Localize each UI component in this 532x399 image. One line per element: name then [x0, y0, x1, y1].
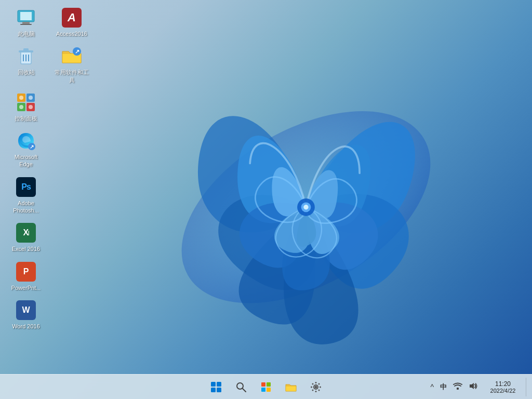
svg-rect-43	[312, 389, 314, 391]
svg-rect-45	[457, 388, 459, 390]
start-button[interactable]	[205, 376, 228, 398]
word-icon: W	[16, 300, 36, 321]
common-software-label: 常用软件和工具	[53, 69, 90, 84]
svg-rect-40	[320, 386, 321, 388]
edge-icon: ↗	[16, 130, 36, 151]
taskbar-right: ^ 中	[428, 378, 528, 396]
svg-rect-41	[312, 382, 314, 384]
show-desktop-button[interactable]	[526, 378, 528, 396]
clock-time: 11:20	[495, 380, 511, 388]
taskbar-center	[205, 376, 327, 398]
svg-point-3	[303, 205, 308, 209]
desktop-icons: 此电脑 A Access2016	[5, 5, 92, 332]
file-explorer-icon	[285, 382, 297, 392]
photoshop-icon: Ps	[16, 177, 36, 197]
wallpaper	[111, 10, 501, 384]
volume-icon[interactable]	[467, 381, 480, 393]
control-panel-label: 控制面板	[15, 115, 37, 122]
svg-rect-42	[318, 382, 320, 384]
svg-text:↗: ↗	[75, 48, 79, 55]
file-explorer-button[interactable]	[280, 376, 302, 398]
network-icon[interactable]	[451, 381, 464, 393]
search-button[interactable]	[230, 376, 252, 398]
search-icon	[236, 382, 246, 392]
svg-rect-32	[261, 382, 265, 387]
desktop-icon-common-software[interactable]: ↗ 常用软件和工具	[51, 44, 92, 86]
desktop-icon-edge[interactable]: ↗ Microsoft Edge	[5, 128, 47, 170]
access-label: Access2016	[56, 30, 87, 37]
svg-rect-6	[22, 22, 30, 24]
svg-rect-26	[211, 382, 216, 387]
store-button[interactable]	[255, 376, 277, 398]
desktop-icon-excel[interactable]: X | Excel 2016	[5, 220, 47, 255]
desktop-icon-powerpoint[interactable]: P PowerPnt...	[5, 259, 47, 294]
svg-rect-35	[267, 388, 271, 392]
svg-rect-38	[315, 391, 317, 392]
svg-rect-27	[217, 382, 221, 387]
svg-rect-29	[217, 388, 221, 392]
photoshop-label: Adobe Photosh...	[7, 200, 45, 215]
powerpoint-icon: P	[16, 261, 36, 282]
input-method-indicator[interactable]: 中	[438, 381, 449, 393]
control-panel-icon	[16, 92, 36, 113]
show-hidden-button[interactable]: ^	[428, 382, 436, 392]
svg-rect-10	[23, 48, 29, 51]
svg-line-31	[243, 389, 246, 392]
settings-icon	[310, 381, 322, 393]
desktop-icon-word[interactable]: W Word 2016	[5, 298, 47, 332]
svg-rect-33	[267, 382, 271, 387]
this-pc-label: 此电脑	[18, 30, 35, 37]
svg-rect-28	[211, 388, 216, 392]
system-tray-icons: ^ 中	[428, 381, 480, 393]
svg-rect-5	[20, 12, 32, 20]
clock-area[interactable]: 11:20 2022/4/22	[482, 378, 524, 396]
recycle-label: 回收站	[18, 69, 35, 76]
svg-point-23	[29, 105, 33, 109]
svg-rect-7	[20, 24, 32, 25]
windows-logo-icon	[210, 381, 222, 393]
desktop-icon-control-panel[interactable]: 控制面板	[5, 90, 47, 124]
recycle-bin-icon	[16, 46, 36, 66]
svg-rect-44	[318, 389, 320, 391]
powerpoint-label: PowerPnt...	[11, 284, 41, 291]
excel-icon: X |	[16, 222, 36, 243]
svg-rect-34	[261, 388, 265, 392]
svg-marker-46	[470, 383, 474, 389]
svg-point-20	[19, 96, 23, 100]
access-icon: A	[61, 7, 82, 28]
clock-date: 2022/4/22	[490, 388, 516, 394]
taskbar: ^ 中	[0, 374, 532, 399]
edge-label: Microsoft Edge	[7, 153, 45, 168]
svg-rect-37	[315, 382, 317, 383]
this-pc-icon	[16, 7, 36, 28]
store-icon	[260, 381, 272, 393]
svg-point-36	[315, 385, 317, 388]
svg-rect-39	[311, 386, 312, 388]
folder-shortcut-icon: ↗	[61, 46, 82, 66]
svg-point-22	[19, 105, 23, 109]
desktop: 此电脑 A Access2016	[0, 0, 532, 399]
desktop-icon-photoshop[interactable]: Ps Adobe Photosh...	[5, 175, 47, 217]
svg-point-21	[29, 96, 33, 100]
settings-button[interactable]	[304, 376, 327, 398]
desktop-icon-access[interactable]: A Access2016	[51, 5, 92, 39]
desktop-icon-this-pc[interactable]: 此电脑	[5, 5, 47, 39]
excel-label: Excel 2016	[12, 245, 40, 252]
svg-point-30	[237, 383, 243, 389]
desktop-icon-recycle[interactable]: 回收站	[5, 44, 47, 86]
word-label: Word 2016	[12, 323, 40, 330]
svg-text:↗: ↗	[30, 144, 34, 150]
